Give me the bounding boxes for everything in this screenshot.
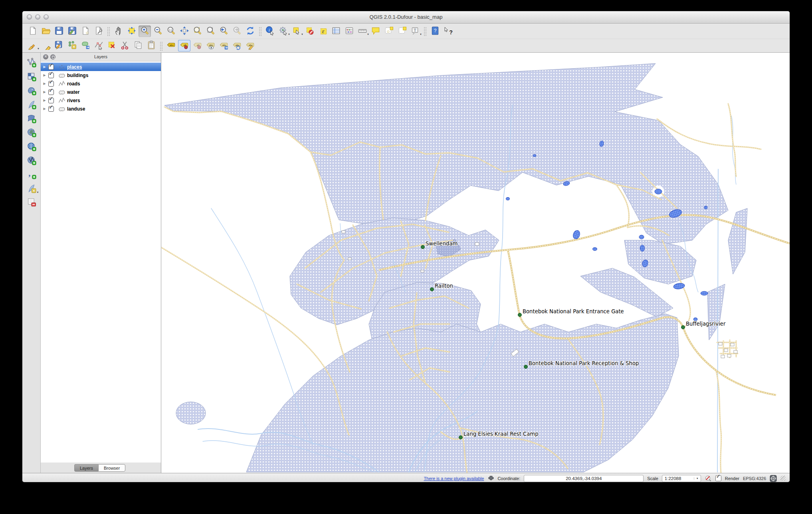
change-label-button[interactable]: abc <box>244 40 256 51</box>
text-annotation-button[interactable]: T▼ <box>409 26 421 37</box>
save-project-as-button[interactable] <box>66 26 78 37</box>
toggle-editing-button[interactable] <box>40 40 52 51</box>
layer-visibility-checkbox[interactable] <box>48 89 54 95</box>
pan-to-selection-button[interactable] <box>125 26 138 37</box>
new-project-button[interactable] <box>26 26 39 37</box>
paste-features-button[interactable] <box>145 40 157 51</box>
add-mssql-layer-button[interactable] <box>25 113 38 125</box>
current-edits-button[interactable]: ▼ <box>26 40 39 51</box>
add-wcs-layer-button[interactable] <box>25 140 38 153</box>
attribute-table-button[interactable] <box>330 26 342 37</box>
zoom-window-icon[interactable] <box>44 14 49 20</box>
expand-arrow-icon[interactable]: ▶ <box>41 73 48 77</box>
new-print-composer-button[interactable] <box>79 26 91 37</box>
layer-visibility-checkbox[interactable] <box>48 81 54 87</box>
scale-combo[interactable]: 1:22088 ▼ <box>662 475 701 482</box>
delete-selected-button[interactable] <box>105 40 118 51</box>
add-vector-layer-button[interactable] <box>25 57 38 69</box>
layer-item-roads[interactable]: ▶roads <box>41 79 161 88</box>
layer-item-landuse[interactable]: ▶landuse <box>41 105 161 113</box>
layer-visibility-checkbox[interactable] <box>48 98 54 103</box>
new-bookmark-button[interactable] <box>382 26 395 37</box>
zoom-last-button[interactable] <box>218 26 230 37</box>
expand-arrow-icon[interactable]: ▶ <box>41 65 48 69</box>
add-wms-layer-button[interactable] <box>25 127 38 139</box>
attribute-table-icon <box>331 26 341 37</box>
plugin-available-link[interactable]: There is a new plugin available <box>424 476 484 481</box>
open-project-button[interactable] <box>40 26 52 37</box>
zoom-in-button[interactable] <box>139 26 151 37</box>
zoom-to-layer-button[interactable] <box>204 26 217 37</box>
layer-item-water[interactable]: ▶water <box>41 88 161 96</box>
select-features-button[interactable]: ▼ <box>290 26 303 37</box>
close-window-icon[interactable] <box>27 14 32 20</box>
panel-tab-layers[interactable]: Layers <box>74 464 98 472</box>
identify-button[interactable]: i <box>264 26 276 37</box>
add-postgis-layer-button[interactable] <box>25 85 38 97</box>
copy-features-button[interactable] <box>132 40 144 51</box>
layer-item-buildings[interactable]: ▶buildings <box>41 71 161 79</box>
rotate-label-button[interactable]: abc <box>231 40 243 51</box>
place-marker[interactable]: Bontebok National Park Entrance Gate <box>518 308 624 317</box>
resize-grip[interactable] <box>780 476 786 481</box>
panel-float-icon[interactable] <box>50 54 55 59</box>
layer-visibility-checkbox[interactable] <box>48 106 54 112</box>
zoom-to-selection-button[interactable] <box>191 26 204 37</box>
add-postgis-icon <box>27 86 36 97</box>
cut-features-button[interactable] <box>119 40 131 51</box>
map-tips-button[interactable] <box>369 26 382 37</box>
show-bookmarks-button[interactable] <box>396 26 408 37</box>
render-checkbox[interactable] <box>715 475 721 481</box>
coordinate-value[interactable]: 20.4369,-34.0394 <box>524 475 644 482</box>
layer-visibility-checkbox[interactable] <box>48 73 54 78</box>
layer-item-rivers[interactable]: ▶rivers <box>41 96 161 105</box>
zoom-next-button[interactable] <box>231 26 243 37</box>
measure-button[interactable]: ▼ <box>356 26 368 37</box>
composer-manager-button[interactable] <box>92 26 105 37</box>
zoom-full-button[interactable] <box>178 26 190 37</box>
show-hide-labels-button[interactable]: abc <box>204 40 217 51</box>
expand-arrow-icon[interactable]: ▶ <box>41 99 48 102</box>
expand-arrow-icon[interactable]: ▶ <box>41 90 48 94</box>
add-wfs-layer-button[interactable] <box>25 154 38 167</box>
field-calculator-button[interactable] <box>343 26 355 37</box>
add-raster-layer-button[interactable] <box>25 71 38 83</box>
select-by-expression-button[interactable]: ε <box>317 26 329 37</box>
help-contents-button[interactable]: ? <box>429 26 441 37</box>
crs-icon[interactable] <box>770 475 777 482</box>
layer-visibility-checkbox[interactable] <box>48 64 54 70</box>
deselect-features-button[interactable] <box>303 26 316 37</box>
panel-close-icon[interactable]: × <box>43 54 48 59</box>
node-tool-button[interactable] <box>92 40 105 51</box>
add-delimited-text-button[interactable]: , <box>25 168 38 181</box>
refresh-button[interactable] <box>244 26 256 37</box>
expand-arrow-icon[interactable]: ▶ <box>41 107 48 111</box>
save-layer-edits-button[interactable] <box>53 40 65 51</box>
svg-text:abc: abc <box>169 43 174 46</box>
remove-layer-button[interactable] <box>25 196 38 209</box>
pan-map-button[interactable] <box>112 26 125 37</box>
add-spatialite-layer-button[interactable] <box>25 99 38 111</box>
new-shapefile-layer-button[interactable]: ▼ <box>25 182 38 195</box>
title-bar[interactable]: QGIS 2.0.1-Dufour - basic_map <box>22 11 790 24</box>
panel-tab-browser[interactable]: Browser <box>98 464 125 472</box>
pin-labels-button[interactable]: ab <box>178 40 190 51</box>
map-canvas[interactable]: SwellendamRailtonBontebok National Park … <box>161 53 790 473</box>
whats-this-button[interactable]: ? <box>442 26 454 37</box>
place-marker[interactable]: Buffeljagsrivier <box>681 321 726 329</box>
highlight-pinned-labels-button[interactable]: ab <box>191 40 204 51</box>
zoom-out-button[interactable] <box>152 26 164 37</box>
minimize-window-icon[interactable] <box>35 14 40 20</box>
label-settings-button[interactable]: abc <box>165 40 177 51</box>
chevron-down-icon: ▼ <box>694 477 701 480</box>
stop-render-icon[interactable] <box>705 475 712 482</box>
move-label-button[interactable]: abc <box>218 40 230 51</box>
save-project-button[interactable] <box>53 26 65 37</box>
layer-item-places[interactable]: ▶places <box>41 63 161 71</box>
expand-arrow-icon[interactable]: ▶ <box>41 82 48 85</box>
feature-action-button[interactable]: ▼ <box>277 26 289 37</box>
add-feature-button[interactable] <box>66 40 78 51</box>
zoom-native-button[interactable]: 1:1 <box>165 26 177 37</box>
plugin-icon[interactable] <box>487 475 494 482</box>
move-feature-button[interactable] <box>79 40 91 51</box>
